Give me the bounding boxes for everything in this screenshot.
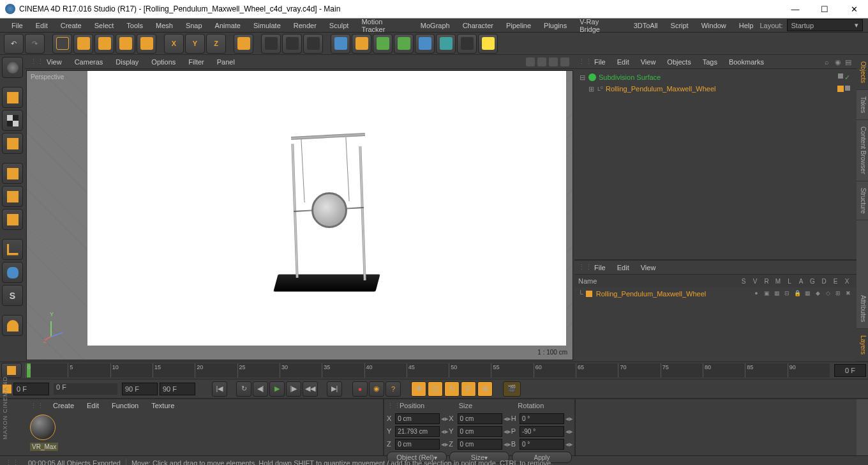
menu-snap[interactable]: Snap (179, 20, 209, 31)
menu-script[interactable]: Script (664, 20, 695, 31)
menu-help[interactable]: Help (733, 20, 760, 31)
project-end-field[interactable]: 90 F (160, 383, 195, 395)
vp-menu-cameras[interactable]: Cameras (68, 56, 110, 68)
viewport-3d[interactable]: Perspective 1 : 100 cm Y Z (26, 70, 573, 360)
vp-nav-icon-3[interactable] (549, 57, 558, 66)
prev-key-button[interactable]: ◀◀ (303, 381, 318, 397)
attr-col-v[interactable]: V (749, 278, 761, 285)
deformer-button[interactable] (394, 34, 414, 54)
points-mode-button[interactable] (2, 163, 23, 184)
magnet-button[interactable] (2, 315, 23, 336)
timeline-end-field[interactable]: 0 F (834, 364, 866, 377)
layer-color-icon[interactable] (837, 86, 844, 92)
rotation-field[interactable]: 0 ° (520, 413, 564, 424)
key-rot-button[interactable]: ↻ (444, 381, 460, 397)
model-mode-button[interactable] (2, 87, 23, 108)
keyframe-sel-button[interactable]: ? (385, 381, 401, 397)
rotation-field[interactable]: 0 ° (520, 439, 564, 450)
grip-icon[interactable]: ⋮⋮ (30, 402, 44, 410)
attr-col-l[interactable]: L (784, 278, 795, 285)
visibility-dot[interactable] (845, 86, 850, 91)
undo-button[interactable]: ↶ (4, 34, 24, 54)
obj-menu-view[interactable]: View (635, 56, 662, 68)
tab-takes[interactable]: Takes (857, 90, 868, 120)
attr-col-d[interactable]: D (818, 278, 830, 285)
tab-structure[interactable]: Structure (857, 181, 868, 221)
maximize-button[interactable]: ☐ (816, 3, 834, 15)
vp-menu-filter[interactable]: Filter (182, 56, 210, 68)
tab-objects[interactable]: Objects (857, 55, 868, 90)
attr-flag-icon[interactable]: ▣ (762, 290, 771, 298)
size-field[interactable]: 0 cm (458, 426, 502, 437)
filter-icon[interactable]: ▤ (845, 58, 853, 66)
position-field[interactable]: 0 cm (395, 413, 440, 424)
vp-nav-icon[interactable] (526, 57, 535, 66)
search-icon[interactable]: ⌕ (825, 58, 832, 66)
axis-button[interactable] (2, 239, 23, 260)
attr-flag-icon[interactable]: ▦ (803, 290, 812, 298)
bulb-button[interactable] (478, 34, 498, 54)
key-pos-button[interactable]: ✥ (411, 381, 426, 397)
tab-layers[interactable]: Layers (857, 329, 868, 362)
workplane-button[interactable] (2, 133, 23, 154)
tree-row-object[interactable]: ⊞ L⁰ Rolling_Pendulum_Maxwell_Wheel (577, 83, 854, 95)
goto-start-button[interactable]: |◀ (212, 381, 227, 397)
obj-menu-file[interactable]: File (588, 56, 611, 68)
x-axis-button[interactable]: X (164, 34, 184, 54)
attr-col-g[interactable]: G (807, 278, 818, 285)
select-tool-button[interactable] (52, 34, 72, 54)
attr-col-x[interactable]: X (841, 278, 853, 285)
attr-flag-icon[interactable]: ⊟ (782, 290, 791, 298)
rotation-field[interactable]: -90 ° (520, 426, 564, 437)
vp-menu-panel[interactable]: Panel (211, 56, 241, 68)
obj-menu-objects[interactable]: Objects (661, 56, 696, 68)
vp-nav-icon-2[interactable] (537, 57, 546, 66)
scale-tool-button[interactable] (94, 34, 114, 54)
viewport-solo-button[interactable] (2, 262, 23, 283)
attr-flag-icon[interactable]: ✖ (844, 290, 853, 298)
move-tool-button[interactable] (73, 34, 93, 54)
camera-button[interactable] (436, 34, 456, 54)
obj-menu-bookmarks[interactable]: Bookmarks (723, 56, 770, 68)
menu-character[interactable]: Character (456, 20, 500, 31)
redo-button[interactable]: ↷ (25, 34, 45, 54)
menu-sculpt[interactable]: Sculpt (323, 20, 355, 31)
spline-button[interactable] (352, 34, 371, 54)
vp-menu-view[interactable]: View (40, 56, 68, 68)
mat-menu-create[interactable]: Create (47, 400, 80, 411)
grip-icon[interactable]: ⋮⋮ (578, 57, 586, 66)
menu-plugins[interactable]: Plugins (537, 20, 573, 31)
size-field[interactable]: 0 cm (458, 413, 502, 424)
play-button[interactable]: ▶ (269, 381, 285, 397)
z-axis-button[interactable]: Z (206, 34, 226, 54)
position-field[interactable]: 21.793 cm (395, 426, 440, 437)
environment-button[interactable] (415, 34, 435, 54)
generator-button[interactable] (373, 34, 393, 54)
tab-attributes[interactable]: Attributes (857, 289, 868, 329)
timeline-ruler[interactable]: 051015202530354045505560657075808590 (26, 363, 830, 377)
expand-icon[interactable]: ⊟ (580, 73, 586, 82)
menu-render[interactable]: Render (287, 20, 323, 31)
clapboard-button[interactable]: 🎬 (503, 381, 521, 397)
obj-menu-tags[interactable]: Tags (697, 56, 723, 68)
coord-system-button[interactable] (234, 34, 253, 54)
mat-menu-edit[interactable]: Edit (80, 400, 105, 411)
close-button[interactable]: ✕ (845, 3, 863, 15)
menu-edit[interactable]: Edit (29, 20, 54, 31)
prev-frame-button[interactable]: ◀| (253, 381, 268, 397)
position-field[interactable]: 0 cm (395, 439, 440, 450)
grip-icon[interactable]: ⋮⋮ (5, 459, 19, 465)
menu-mograph[interactable]: MoGraph (414, 20, 456, 31)
attr-col-a[interactable]: A (795, 278, 807, 285)
make-editable-button[interactable] (2, 57, 23, 78)
texture-mode-button[interactable] (2, 110, 23, 131)
attr-row[interactable]: └ Rolling_Pendulum_Maxwell_Wheel ● ▣ ▦ ⊟… (574, 287, 857, 300)
range-start-field[interactable]: 0 F (13, 383, 49, 395)
layer-color-icon[interactable] (586, 291, 592, 297)
attr-menu-view[interactable]: View (635, 262, 662, 273)
menu-animate[interactable]: Animate (209, 20, 247, 31)
last-tool-button[interactable] (137, 34, 156, 54)
range-end-field[interactable]: 90 F (122, 383, 158, 395)
layout-dropdown[interactable]: Startup▾ (787, 19, 863, 31)
tree-row-subdivision[interactable]: ⊟ Subdivision Surface ✓ (577, 72, 854, 83)
